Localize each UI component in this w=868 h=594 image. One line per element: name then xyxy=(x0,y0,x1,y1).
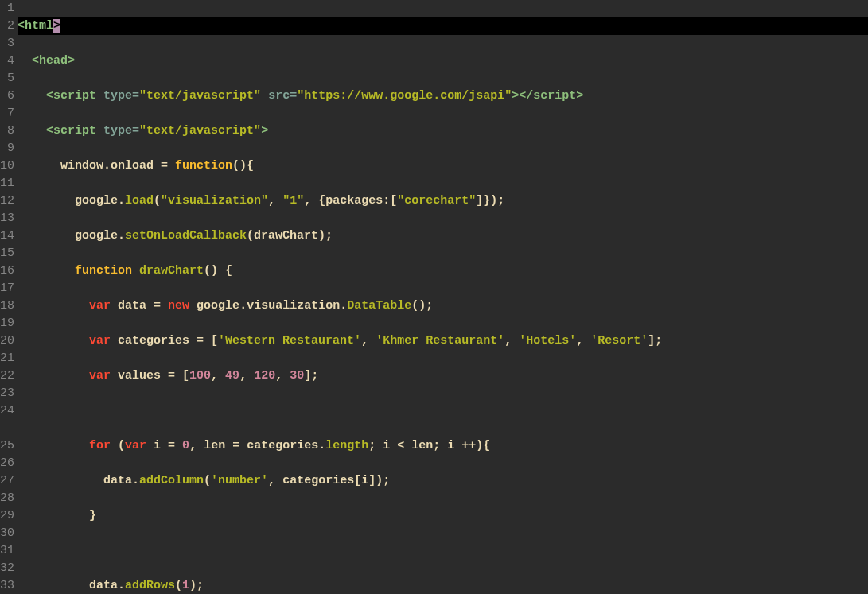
line-number: 10 xyxy=(0,157,14,175)
code-editor[interactable]: <html> <head> <script type="text/javascr… xyxy=(18,0,868,594)
line-number: 11 xyxy=(0,175,14,192)
line-number: 19 xyxy=(0,315,14,332)
code-line[interactable]: function drawChart() { xyxy=(18,262,868,280)
line-number: 14 xyxy=(0,227,14,245)
line-number: 12 xyxy=(0,192,14,210)
code-line[interactable]: var categories = ['Western Restaurant', … xyxy=(18,332,868,350)
code-line[interactable]: google.load("visualization", "1", {packa… xyxy=(18,192,868,210)
line-number: 17 xyxy=(0,280,14,297)
code-line[interactable] xyxy=(18,542,868,560)
line-number: 23 xyxy=(0,385,14,402)
code-line[interactable]: window.onload = function(){ xyxy=(18,157,868,175)
code-line[interactable]: var values = [100, 49, 120, 30]; xyxy=(18,367,868,385)
line-number: 7 xyxy=(0,105,14,122)
line-number: 30 xyxy=(0,525,14,542)
line-number: 5 xyxy=(0,70,14,87)
line-number: 22 xyxy=(0,367,14,385)
line-number: 1 xyxy=(0,0,14,17)
line-number: 6 xyxy=(0,87,14,105)
line-number: 2 xyxy=(0,17,14,35)
line-number: 3 xyxy=(0,35,14,52)
line-number: 8 xyxy=(0,122,14,140)
line-number: 24 xyxy=(0,402,14,420)
line-number xyxy=(0,420,14,437)
line-number: 25 xyxy=(0,437,14,455)
line-number: 21 xyxy=(0,350,14,367)
line-number: 32 xyxy=(0,560,14,577)
code-line[interactable]: var data = new google.visualization.Data… xyxy=(18,297,868,315)
line-number: 16 xyxy=(0,262,14,280)
line-number: 9 xyxy=(0,140,14,157)
line-number: 26 xyxy=(0,455,14,472)
line-number: 20 xyxy=(0,332,14,350)
code-line[interactable]: data.addColumn('number', categories[i]); xyxy=(18,472,868,490)
code-line[interactable]: <script type="text/javascript"> xyxy=(18,122,868,140)
code-line[interactable]: <head> xyxy=(18,52,868,70)
code-line[interactable]: <script type="text/javascript" src="http… xyxy=(18,87,868,105)
line-number-gutter: 1 2 3 4 5 6 7 8 9 10 11 12 13 14 15 16 1… xyxy=(0,0,18,594)
code-line[interactable] xyxy=(18,402,868,420)
line-number: 13 xyxy=(0,210,14,227)
line-number: 15 xyxy=(0,245,14,262)
line-number: 28 xyxy=(0,490,14,507)
line-number: 18 xyxy=(0,297,14,315)
code-line[interactable]: google.setOnLoadCallback(drawChart); xyxy=(18,227,868,245)
line-number: 27 xyxy=(0,472,14,490)
code-line[interactable]: <html> xyxy=(18,17,868,35)
line-number: 31 xyxy=(0,542,14,560)
code-line[interactable]: data.addRows(1); xyxy=(18,577,868,594)
line-number: 4 xyxy=(0,52,14,70)
line-number: 29 xyxy=(0,507,14,525)
code-line[interactable]: } xyxy=(18,507,868,525)
text-cursor: > xyxy=(53,19,60,33)
line-number: 33 xyxy=(0,577,14,594)
code-line[interactable]: for (var i = 0, len = categories.length;… xyxy=(18,437,868,455)
